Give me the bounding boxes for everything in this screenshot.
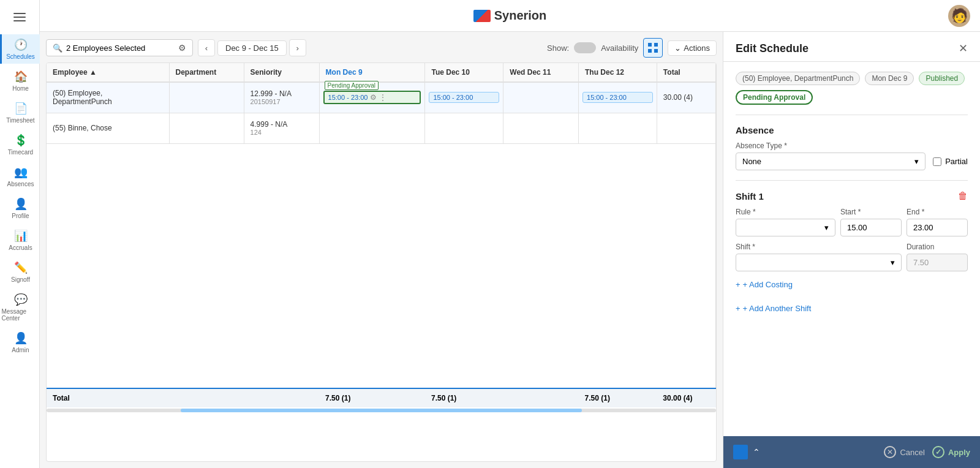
sidebar-item-label: Schedules: [6, 53, 35, 60]
availability-label: Availability: [601, 43, 638, 53]
rule-select[interactable]: ▾: [736, 219, 835, 236]
col-department: Department: [169, 63, 244, 82]
sidebar-item-home[interactable]: 🏠 Home: [0, 66, 40, 96]
clock-icon: 🕐: [14, 38, 28, 51]
sidebar-item-admin[interactable]: 👤 Admin: [0, 328, 40, 357]
actions-button[interactable]: ⌄ Actions: [668, 40, 717, 56]
cancel-button[interactable]: ✕ Cancel: [884, 446, 924, 458]
wed-cell-2[interactable]: [503, 113, 579, 143]
tue-cell-2[interactable]: [425, 113, 503, 143]
edit-panel-body: (50) Employee, DepartmentPunch Mon Dec 9…: [723, 62, 980, 325]
shift-badge[interactable]: 15:00 - 23:00: [429, 92, 499, 103]
tue-cell-1[interactable]: 15:00 - 23:00: [425, 82, 503, 113]
bottom-right: ✕ Cancel ✓ Apply: [884, 446, 970, 458]
schedule-area: 🔍 ⚙ ‹ Dec 9 - Dec 15 › Show: Availabilit…: [40, 32, 980, 468]
sidebar-item-label: Accruals: [9, 244, 32, 251]
filter-icon[interactable]: ⚙: [178, 43, 186, 53]
thu-cell-1[interactable]: 15:00 - 23:00: [579, 82, 657, 113]
edit-panel-header: Edit Schedule ✕: [723, 32, 980, 62]
employee-name: (55) Binne, Chose: [47, 113, 169, 143]
mon-cell-1[interactable]: Pending Approval 15:00 - 23:00 ⚙ ⋮: [319, 82, 425, 113]
add-costing-button[interactable]: + + Add Costing: [736, 277, 793, 292]
col-tue: Tue Dec 10: [425, 63, 503, 82]
app-logo: Synerion: [473, 9, 547, 23]
sidebar-item-timecard[interactable]: 💲 Timecard: [0, 130, 40, 159]
signoff-icon: ✏️: [14, 261, 28, 274]
shift-badge-pending[interactable]: Pending Approval 15:00 - 23:00 ⚙ ⋮: [323, 91, 421, 104]
home-icon: 🏠: [14, 70, 28, 83]
thu-cell-2[interactable]: [579, 113, 657, 143]
apply-button[interactable]: ✓ Apply: [932, 446, 970, 458]
chevron-down-icon: ⌄: [674, 43, 681, 53]
sidebar-item-label: Profile: [12, 213, 29, 219]
grid-view-button[interactable]: [643, 38, 663, 58]
shift-icons: ⚙ ⋮: [370, 93, 386, 102]
close-panel-button[interactable]: ✕: [959, 42, 968, 55]
start-input[interactable]: [840, 219, 902, 236]
schedule-table: Employee ▲ Department Seniority Mon Dec …: [46, 62, 717, 462]
sidebar-item-schedules[interactable]: 🕐 Schedules: [0, 34, 40, 64]
scroll-bar[interactable]: [47, 409, 716, 412]
shift-time: 15:00 - 23:00: [587, 94, 627, 101]
bottom-bar: ⌃ ✕ Cancel ✓ Apply: [723, 436, 980, 468]
timecard-icon: 💲: [14, 134, 28, 147]
pending-approval-tag: Pending Approval: [736, 90, 813, 105]
svg-rect-3: [654, 49, 658, 53]
search-box[interactable]: 🔍 ⚙: [46, 39, 193, 56]
employee-seniority: 12.999 - N/A 20150917: [244, 82, 319, 113]
rule-group: Rule * ▾: [736, 208, 835, 236]
show-label: Show:: [547, 43, 569, 53]
date-range-button[interactable]: Dec 9 - Dec 15: [217, 40, 287, 56]
sidebar-item-accruals[interactable]: 📊 Accruals: [0, 225, 40, 255]
mon-cell-2[interactable]: [319, 113, 425, 143]
shift-select[interactable]: ▾: [736, 254, 902, 271]
shift-badge[interactable]: 15:00 - 23:00: [582, 92, 653, 103]
partial-checkbox-row: Partial: [933, 157, 968, 166]
sidebar-item-profile[interactable]: 👤 Profile: [0, 194, 40, 223]
chevron-down-icon: ▾: [891, 258, 895, 267]
employee-tag: (50) Employee, DepartmentPunch: [736, 72, 860, 85]
wed-cell-1[interactable]: [503, 82, 579, 113]
duration-label: Duration: [907, 243, 968, 251]
col-thu: Thu Dec 12: [579, 63, 657, 82]
absence-type-group: Absence Type * None ▾ Partial: [736, 142, 968, 170]
logo-icon: [473, 10, 491, 22]
sidebar-item-message[interactable]: 💬 Message Center: [0, 289, 40, 325]
divider: [736, 115, 968, 115]
absence-section-title: Absence: [736, 125, 968, 135]
prev-date-button[interactable]: ‹: [198, 39, 215, 56]
col-seniority: Seniority: [244, 63, 319, 82]
employee-department: [169, 113, 244, 143]
chevron-up-icon[interactable]: ⌃: [753, 447, 760, 457]
start-group: Start *: [840, 208, 902, 236]
end-input[interactable]: [907, 219, 968, 236]
sidebar-item-absences[interactable]: 👥 Absences: [0, 162, 40, 191]
search-input[interactable]: [66, 43, 175, 53]
employee-department: [169, 82, 244, 113]
sidebar-item-label: Absences: [7, 181, 34, 187]
rule-label: Rule *: [736, 208, 835, 216]
next-date-button[interactable]: ›: [289, 39, 306, 56]
edit-panel-title: Edit Schedule: [736, 42, 809, 55]
col-total: Total: [657, 63, 715, 82]
employee-seniority: 4.999 - N/A 124: [244, 113, 319, 143]
sidebar-item-signoff[interactable]: ✏️ Signoff: [0, 257, 40, 287]
total-wed: [503, 388, 579, 407]
absence-type-select[interactable]: None ▾: [736, 153, 925, 170]
accruals-icon: 📊: [14, 229, 28, 243]
tag-row: (50) Employee, DepartmentPunch Mon Dec 9…: [736, 72, 968, 105]
toolbar: 🔍 ⚙ ‹ Dec 9 - Dec 15 › Show: Availabilit…: [46, 38, 717, 58]
scroll-thumb: [181, 409, 582, 412]
sidebar-item-timesheet[interactable]: 📄 Timesheet: [0, 98, 40, 127]
partial-checkbox[interactable]: [933, 157, 941, 166]
delete-shift-button[interactable]: 🗑: [958, 191, 968, 202]
menu-toggle[interactable]: [7, 6, 32, 28]
chevron-down-icon: ▾: [914, 157, 919, 166]
total-thu: 7.50 (1): [579, 388, 657, 407]
avatar[interactable]: 🧑: [948, 5, 970, 27]
shift-time: 15:00 - 23:00: [433, 94, 473, 101]
total-tue: 7.50 (1): [425, 388, 503, 407]
employee-name: (50) Employee, DepartmentPunch: [47, 82, 169, 113]
availability-toggle[interactable]: [574, 42, 596, 53]
add-shift-button[interactable]: + + Add Another Shift: [736, 301, 968, 315]
